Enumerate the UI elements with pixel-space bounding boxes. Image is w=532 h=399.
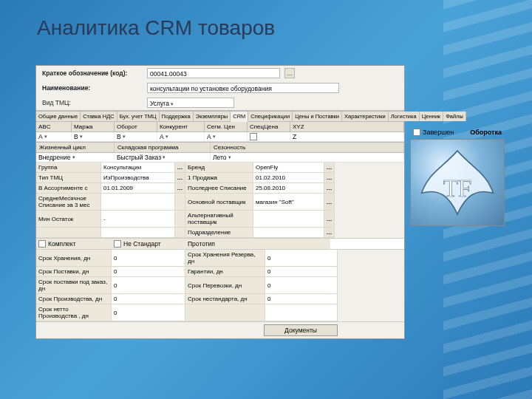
segment-select[interactable]: A: [205, 132, 248, 141]
prototype-label-cell: Прототип: [185, 239, 330, 249]
row0-label1: Группа: [36, 163, 101, 173]
tab-prices[interactable]: Цены и Поставки: [293, 112, 342, 121]
brow2-label2: Срок Перевозки, дн: [185, 277, 265, 294]
stockprog-select[interactable]: Быстрый Заказ: [115, 153, 211, 162]
turnover-select[interactable]: B: [115, 132, 157, 141]
row5-btn1: [175, 228, 185, 238]
row2-btn2[interactable]: …: [324, 183, 335, 194]
row0-value1[interactable]: Консультации: [101, 163, 175, 173]
tab-pricetag[interactable]: Ценник: [420, 112, 443, 121]
row2-btn1[interactable]: …: [175, 183, 185, 194]
details-grid: ГруппаКонсультации…БрендOpenFly…Тип ТМЦИ…: [36, 163, 404, 238]
col-turnover: Оборот: [115, 122, 157, 132]
nestd-label: Не Стандарт: [123, 240, 161, 248]
col-segment: Сегм. Цен: [205, 122, 248, 132]
tab-instances[interactable]: Экземпляры: [194, 112, 231, 121]
margin-select[interactable]: B: [72, 132, 115, 141]
brow2-value2[interactable]: 0: [265, 277, 338, 294]
row3-value2[interactable]: магазин "Soft": [253, 194, 324, 211]
slide-title: Аналитика CRM товаров: [37, 16, 275, 40]
row2-label2: Последнее Списание: [185, 183, 253, 194]
col-xyz: XYZ: [290, 122, 404, 132]
lifecycle-row: Внедрение Быстрый Заказ Лето: [36, 153, 404, 163]
abc-select[interactable]: A: [36, 132, 72, 141]
row0-value2[interactable]: OpenFly: [253, 163, 324, 173]
row3-label1: СреднеМесячное Списание за 3 мес: [36, 194, 101, 211]
row0-btn2[interactable]: …: [324, 163, 335, 173]
row4-btn1: [175, 211, 185, 228]
code-lookup-button[interactable]: …: [284, 68, 295, 78]
row4-value1[interactable]: -: [101, 211, 175, 228]
tab-chars[interactable]: Характеристики: [342, 112, 389, 121]
brow1-value1[interactable]: 0: [112, 267, 185, 277]
brow3-value1[interactable]: 0: [112, 294, 185, 304]
brow4-value1[interactable]: 0: [112, 304, 185, 321]
komplekt-label: Комплект: [48, 240, 76, 248]
name-field[interactable]: консультации по установке оборудования: [147, 83, 339, 93]
tab-logistics[interactable]: Логистика: [389, 112, 420, 121]
row5-value1[interactable]: [101, 228, 175, 238]
zavershen-check[interactable]: Завершен: [413, 129, 454, 136]
row3-btn1: [175, 194, 185, 211]
row5-btn2[interactable]: …: [324, 228, 335, 238]
row5-label2: Подразделение: [185, 228, 253, 238]
brow0-value2[interactable]: 0: [265, 250, 338, 267]
row2-value2[interactable]: 25.08.2010: [253, 183, 324, 194]
brow3-label1: Срок Производства, дн: [36, 294, 112, 304]
brow0-value1[interactable]: 0: [112, 250, 185, 267]
row3-label2: Основной поставщик: [185, 194, 253, 211]
crm-form-window: Краткое обозначение (код): 00041.00043 ……: [35, 65, 405, 339]
row1-btn2[interactable]: …: [324, 173, 335, 183]
abc-grid-header: ABC Маржа Оборот Конкурент Сегм. Цен Спе…: [36, 122, 404, 132]
brow1-value2[interactable]: 0: [265, 267, 338, 277]
komplekt-check[interactable]: Комплект: [36, 239, 112, 249]
documents-button[interactable]: Документы: [264, 324, 338, 336]
tab-general[interactable]: Общие данные: [36, 112, 81, 121]
row4-btn2[interactable]: …: [324, 211, 335, 228]
logo-text: TF: [443, 175, 472, 202]
tab-support[interactable]: Поддержка: [160, 112, 194, 121]
row1-value1[interactable]: ИзПроизводства: [101, 173, 175, 183]
brow4-label1: Срок нетто Производства , дн: [36, 304, 112, 321]
brow2-value1[interactable]: 0: [112, 277, 185, 294]
tab-spec[interactable]: Спецификации: [248, 112, 293, 121]
col-competitor: Конкурент: [157, 122, 205, 132]
spec-check[interactable]: [248, 132, 290, 141]
competitor-select[interactable]: A: [157, 132, 205, 141]
row3-value1[interactable]: [101, 194, 175, 211]
row1-value2[interactable]: 01.02.2010: [253, 173, 324, 183]
tab-accounting[interactable]: Бух. учет ТМЦ: [117, 112, 160, 121]
nestd-check[interactable]: Не Стандарт: [112, 239, 185, 249]
row5-label1: [36, 228, 101, 238]
oborotka-label[interactable]: Оборотка: [470, 129, 502, 136]
season-select[interactable]: Лето: [211, 153, 404, 162]
brow3-value2[interactable]: 0: [265, 294, 338, 304]
xyz-value[interactable]: Z: [290, 132, 404, 141]
row4-label1: Мин Остаток: [36, 211, 101, 228]
name-label: Наименование:: [39, 83, 143, 93]
tab-vat[interactable]: Ставка НДС: [81, 112, 117, 121]
type-select[interactable]: Услуга: [147, 98, 234, 108]
code-field[interactable]: 00041.00043: [147, 68, 280, 78]
code-label: Краткое обозначение (код):: [39, 68, 143, 78]
row1-label1: Тип ТМЦ: [36, 173, 101, 183]
lifecycle-select[interactable]: Внедрение: [36, 153, 115, 162]
row0-btn1[interactable]: …: [175, 163, 185, 173]
row3-btn2[interactable]: …: [324, 194, 335, 211]
brow4-value2[interactable]: [265, 304, 338, 321]
row2-label1: В Ассортименте с: [36, 183, 101, 194]
zavershen-label: Завершен: [423, 129, 454, 136]
type-label: Вид ТМЦ:: [39, 98, 143, 108]
stockprog-label: Складская программа: [115, 143, 211, 152]
row2-value1[interactable]: 01.01.2009: [101, 183, 175, 194]
lifecycle-header: Жизненный цикл Складская программа Сезон…: [36, 142, 404, 153]
row1-btn1[interactable]: …: [175, 173, 185, 183]
brow1-label1: Срок Поставки, дн: [36, 267, 112, 277]
row5-value2[interactable]: [253, 228, 324, 238]
tab-crm[interactable]: CRM: [231, 112, 248, 122]
season-label: Сезонность: [211, 143, 404, 152]
row4-value2[interactable]: [253, 211, 324, 228]
col-spec: СпецЦена: [248, 122, 290, 132]
tab-files[interactable]: Файлы: [443, 112, 466, 121]
tabstrip: Общие данные Ставка НДС Бух. учет ТМЦ По…: [36, 111, 404, 122]
